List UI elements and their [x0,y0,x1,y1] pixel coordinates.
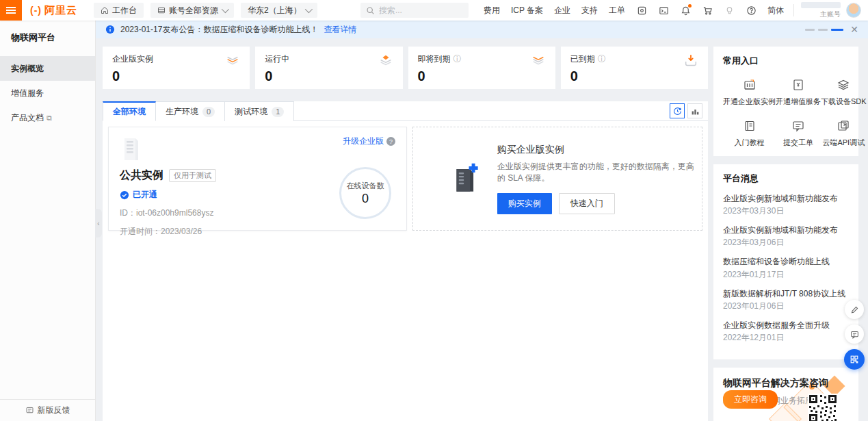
server-icon [120,136,143,163]
sidebar-item-product-docs[interactable]: 产品文档⧉ [0,105,95,130]
help-icon[interactable]: ⓘ [453,53,462,65]
instance-status: 已开通 [133,189,157,201]
chevron-down-icon [304,5,312,13]
platform-messages-title: 平台消息 [723,173,849,185]
quick-link-download-sdk[interactable]: 下载设备SDK [821,78,867,107]
public-instance-card[interactable]: 升级企业版 ? 公共实例 仅用于测试 已开通 ID：iot- [108,127,407,231]
environment-tabs: 全部环境 生产环境 0 测试环境 1 [103,101,708,121]
tab-badge: 1 [272,107,284,117]
account-menu[interactable]: 主账号 [801,2,861,19]
expired-icon [683,53,698,68]
quick-start-button[interactable]: 快速入门 [559,193,615,214]
search-icon [366,6,375,15]
feedback-chat-button[interactable] [845,324,864,344]
tab-test-environment[interactable]: 测试环境 1 [225,101,294,121]
instance-title: 公共实例 [120,168,163,183]
check-circle-icon [120,190,129,200]
message-item[interactable]: 企业版实例新地域和新功能发布 2023年03月06日 [723,225,849,248]
sidebar-item-value-added-services[interactable]: 增值服务 [0,81,95,105]
account-scope-select[interactable]: 账号全部资源 [150,3,234,18]
sidebar-collapse-handle[interactable]: ‹ [95,209,102,238]
topbar-link-icp[interactable]: ICP 备案 [511,5,543,16]
message-item[interactable]: 数据压缩和设备诊断功能上线 2023年01月17日 [723,256,849,280]
buy-card-title: 购买企业版实例 [497,144,702,156]
quick-link-open-value-added-services[interactable]: 开通增值服务 [776,78,821,107]
auto-refresh-button[interactable] [670,103,685,118]
quick-link-api-debug[interactable]: 云端API调试 [821,119,867,148]
topbar-link-tickets[interactable]: 工单 [609,5,625,16]
quick-link-open-enterprise-instance[interactable]: 开通企业版实例 [723,78,776,107]
contact-qr-button[interactable] [844,349,865,370]
pager-dash[interactable] [818,29,828,31]
announcement-detail-link[interactable]: 查看详情 [324,24,356,36]
resources-icon [157,6,166,14]
message-item[interactable]: 新版数据解析和JT/T 808协议上线 2023年01月06日 [723,288,849,312]
hamburger-menu-icon[interactable] [0,0,22,21]
workbench-button[interactable]: 工作台 [94,3,144,18]
bar-chart-icon [691,107,700,116]
announcement-bar: 2023-01-17发布公告：数据压缩和设备诊断功能上线！ 查看详情 ✕ [96,21,868,38]
quick-link-getting-started[interactable]: 入门教程 [723,119,776,148]
bank-icon [743,78,757,92]
pager-dash-active[interactable] [831,29,843,31]
promo-title: 物联网平台解决方案咨询 [723,377,849,390]
close-icon[interactable]: ✕ [850,25,858,34]
feedback-button[interactable]: 新版反馈 [0,399,95,421]
tab-all-environments[interactable]: 全部环境 [103,101,156,121]
stack-expiring-icon [531,53,546,68]
lightbulb-icon[interactable] [724,5,735,16]
message-item[interactable]: 企业版实例数据服务全面升级 2022年12月01日 [723,320,849,344]
search-input[interactable] [379,5,454,15]
buy-card-desc: 企业版实例提供更丰富的功能，更好的数据隔离，更高的 SLA 保障。 [497,161,702,184]
region-select[interactable]: 华东2（上海） [241,3,317,18]
api-debug-icon [837,119,850,133]
stack-icon [225,53,240,68]
quick-link-submit-ticket[interactable]: 提交工单 [776,119,821,148]
buy-instance-button[interactable]: 购买实例 [497,193,552,214]
sidebar-item-instance-overview[interactable]: 实例概览 [0,56,95,81]
tab-production-environment[interactable]: 生产环境 0 [156,101,225,121]
home-icon [101,6,109,14]
top-bar: (-) 阿里云 工作台 账号全部资源 华东2（上海） 费用 ICP 备案 企业 … [0,0,868,21]
topbar-link-billing[interactable]: 费用 [484,5,500,16]
app-switcher-icon[interactable] [636,5,647,16]
chart-view-button[interactable] [687,103,702,118]
platform-messages-card: 平台消息 企业版实例新地域和新功能发布 2023年03月30日 企业版实例新地域… [713,164,858,359]
topbar-link-enterprise[interactable]: 企业 [554,5,570,16]
account-type-label: 主账号 [820,10,841,19]
pager-dash[interactable] [805,29,815,31]
language-switch[interactable]: 简体 [767,5,784,16]
topbar-link-support[interactable]: 支持 [581,5,598,16]
announcement-pager [805,29,843,31]
aliyun-logo[interactable]: (-) 阿里云 [30,4,77,17]
document-yen-icon [791,78,805,92]
sdk-layers-icon [837,78,850,92]
consult-now-button[interactable]: 立即咨询 [723,390,778,409]
solution-consult-card: 物联网平台解决方案咨询 助力企业物联网业务拓展 [713,368,858,421]
help-icon[interactable] [746,5,757,16]
online-devices-ring: 在线设备数 0 [339,167,391,219]
refresh-clock-icon [673,107,682,116]
help-icon[interactable]: ? [386,137,395,146]
left-sidebar: 物联网平台 实例概览 增值服务 产品文档⧉ 新版反馈 ‹ [0,21,96,421]
message-item[interactable]: 企业版实例新地域和新功能发布 2023年03月30日 [723,193,849,217]
stat-value: 0 [112,68,240,84]
divider [793,4,794,16]
logo-mark: (-) [30,5,42,16]
cart-icon[interactable] [702,5,713,16]
instance-tag: 仅用于测试 [169,169,216,182]
tab-badge: 0 [202,107,215,117]
pencil-icon [850,305,859,314]
avatar[interactable] [846,3,861,18]
stat-value: 0 [570,68,698,84]
notification-dot [688,4,692,8]
notifications-bell-icon[interactable] [680,5,691,16]
qr-contact-icon [850,355,859,364]
stat-card-expired: 已到期ⓘ 0 [561,47,708,89]
terminal-icon[interactable] [658,5,669,16]
survey-pencil-button[interactable] [845,300,864,319]
help-icon[interactable]: ⓘ [598,53,606,65]
account-name-redacted [801,2,841,8]
global-search[interactable] [360,3,469,18]
upgrade-enterprise-link[interactable]: 升级企业版 [343,136,384,147]
